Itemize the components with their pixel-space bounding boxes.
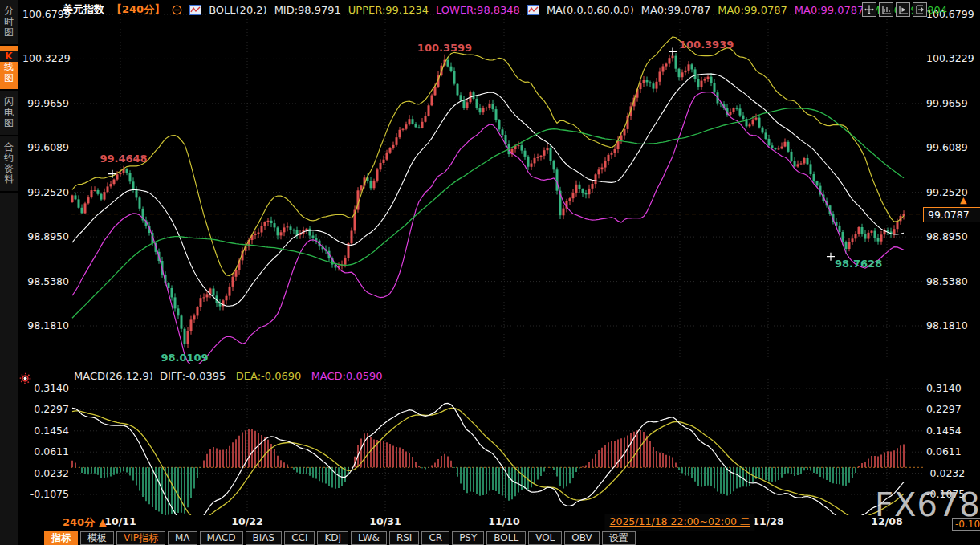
boll-label: BOLL(20,2) — [209, 4, 267, 16]
price-axis-label-left: 99.2520 — [22, 186, 69, 198]
macd-axis-label-right: 0.3140 — [926, 382, 962, 394]
macd-dea-value: DEA:-0.0690 — [236, 370, 301, 382]
macd-axis-label-right: 0.0611 — [926, 445, 962, 458]
macd-current-value-tag: -0.1083 — [952, 518, 980, 531]
period-selector-label: 240分 — [63, 516, 95, 528]
period-selector[interactable]: 240分 ▲ — [63, 515, 107, 530]
chart-tool-icons — [862, 2, 927, 17]
sidebar-item-time-chart[interactable]: 分时图 — [0, 0, 18, 46]
boll-chart-icon[interactable] — [189, 5, 201, 15]
macd-axis-label-left: 0.1454 — [22, 425, 69, 437]
macd-axis-label-left: 0.0611 — [22, 445, 69, 458]
macd-axis-label-right: 0.2297 — [926, 403, 962, 415]
price-axis-label-right: 98.5380 — [926, 275, 968, 287]
macd-macd-value: MACD:0.0590 — [311, 370, 383, 382]
price-axis-label-left: 98.5380 — [22, 275, 69, 287]
ma-label: MA(0,0,0,60,0,0) — [547, 4, 634, 16]
macd-diff-value: DIFF:-0.0395 — [160, 370, 226, 382]
toolbar-item-cr[interactable]: CR — [421, 531, 449, 545]
pan-icon[interactable] — [862, 2, 876, 17]
high-price-annotation: 100.3939 — [679, 39, 734, 51]
sidebar-item-char: 时 — [0, 17, 18, 28]
shift-right-icon[interactable] — [913, 2, 927, 17]
boll-lower-value: LOWER:98.8348 — [436, 4, 520, 16]
toolbar-item-macd[interactable]: MACD — [200, 531, 243, 545]
sidebar-item-char: 分 — [0, 6, 18, 17]
sidebar-item-char: 图 — [0, 27, 18, 39]
current-price-tag: 99.0787 — [923, 207, 980, 222]
macd-axis-label-right: 0.1454 — [926, 425, 962, 437]
boll-mid-value: MID:98.9791 — [274, 4, 341, 16]
ma0-value-3: MA0:99.0787 — [795, 4, 864, 16]
macd-header: MACD(26,12,9) DIFF:-0.0395 DEA:-0.0690 M… — [74, 370, 382, 382]
price-axis-label-right: 99.9659 — [926, 97, 968, 109]
toolbar-item-boll[interactable]: BOLL — [486, 531, 526, 545]
high-price-annotation: 99.4648 — [100, 153, 147, 165]
ma0-value-2: MA0:99.0787 — [718, 4, 787, 16]
macd-axis-label-left: -0.1075 — [22, 488, 69, 500]
period-label: 【240分】 — [112, 2, 165, 17]
sidebar-item-char: 资 — [0, 164, 18, 175]
sidebar-item-char: 图 — [0, 73, 18, 84]
minus-circle-icon[interactable] — [172, 5, 182, 15]
low-price-annotation: 98.0109 — [161, 352, 208, 364]
time-axis-tick: 10/31 — [369, 515, 401, 527]
toolbar-item-settings[interactable]: 设置 — [602, 531, 636, 545]
boll-upper-value: UPPER:99.1234 — [348, 4, 429, 16]
toolbar-item-vol[interactable]: VOL — [528, 531, 562, 545]
toolbar-item-vip-indicator[interactable]: VIP指标 — [116, 531, 165, 545]
price-axis-label-left: 100.3229 — [22, 52, 69, 64]
chart-type-sidebar: 分时图K线图闪电图合约资料 — [0, 0, 18, 545]
axis-scale-icon[interactable] — [879, 2, 893, 17]
macd-axis-label-right: -0.0232 — [926, 467, 965, 479]
ma-chart-icon[interactable] — [527, 5, 539, 15]
toolbar-item-psy[interactable]: PSY — [452, 531, 484, 545]
ma0-value-1: MA0:99.0787 — [641, 4, 711, 16]
indicator-header-bar: 美元指数 【240分】 BOLL(20,2) MID:98.9791 UPPER… — [63, 2, 947, 18]
selected-candle-time-label: 2025/11/18 22:00~02:00 二 — [604, 514, 754, 531]
toolbar-item-template[interactable]: 模板 — [80, 531, 114, 545]
sidebar-item-char: 合 — [0, 142, 18, 153]
sidebar-item-char: 图 — [0, 118, 18, 129]
time-axis-tick: 11/28 — [752, 515, 783, 527]
price-axis-label-right: 100.3229 — [926, 52, 974, 64]
toolbar-item-lw[interactable]: LW& — [351, 531, 387, 545]
play-chart-icon[interactable] — [896, 2, 910, 17]
sidebar-item-char: K — [0, 51, 18, 63]
price-axis-label-left: 99.6089 — [22, 141, 69, 153]
sidebar-item-char: 线 — [0, 62, 18, 73]
time-axis-tick: 11/10 — [488, 515, 519, 527]
sidebar-item-kline-chart[interactable]: K线图 — [0, 46, 18, 92]
price-axis-label-left: 98.8950 — [22, 230, 69, 242]
toolbar-item-kdj[interactable]: KDJ — [317, 531, 348, 545]
chart-canvas[interactable] — [0, 0, 980, 545]
time-axis-tick: 10/11 — [104, 515, 136, 527]
high-price-annotation: 100.3599 — [417, 42, 472, 54]
toolbar-item-ma[interactable]: MA — [168, 531, 197, 545]
macd-axis-label-left: 0.2297 — [22, 403, 69, 415]
price-axis-label-left: 99.9659 — [22, 97, 69, 109]
price-axis-label-right: 99.6089 — [926, 141, 968, 153]
price-alert-arrow-icon[interactable]: ▲ — [960, 195, 966, 205]
trading-app-window: { "header": { "symbol": "美元指数", "period"… — [0, 0, 980, 545]
macd-axis-label-left: -0.0232 — [22, 467, 69, 479]
macd-axis-label-left: 0.3140 — [22, 382, 69, 394]
symbol-title: 美元指数 — [63, 2, 104, 17]
price-axis-label-left: 98.1810 — [22, 319, 69, 331]
time-axis: 240分 ▲ 10/1110/2210/3111/1011/2812/08202… — [18, 514, 980, 530]
macd-params-label: MACD(26,12,9) — [74, 370, 153, 382]
price-axis-label-right: 98.8950 — [926, 230, 968, 242]
sidebar-item-contract-info[interactable]: 合约资料 — [0, 136, 18, 193]
toolbar-item-rsi[interactable]: RSI — [389, 531, 420, 545]
sidebar-item-char: 闪 — [0, 96, 18, 108]
toolbar-item-indicator[interactable]: 指标 — [44, 531, 78, 545]
time-axis-tick: 10/22 — [231, 515, 262, 527]
sidebar-item-flash-chart[interactable]: 闪电图 — [0, 91, 18, 136]
price-axis-label-right: 98.1810 — [926, 319, 968, 331]
toolbar-item-obv[interactable]: OBV — [564, 531, 600, 545]
sidebar-item-char: 料 — [0, 174, 18, 185]
sidebar-item-char: 电 — [0, 108, 18, 119]
indicator-toolbar: 指标模板VIP指标MAMACDBIASCCIKDJLW&RSICRPSYBOLL… — [44, 531, 636, 545]
toolbar-item-cci[interactable]: CCI — [284, 531, 315, 545]
toolbar-item-bias[interactable]: BIAS — [246, 531, 283, 545]
